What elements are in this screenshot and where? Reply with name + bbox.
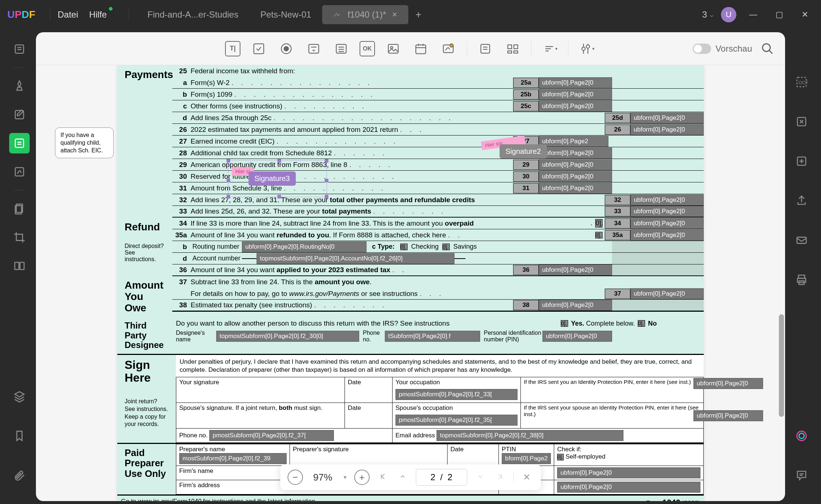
svg-text:OCR: OCR	[799, 80, 808, 85]
menu-help[interactable]: Hilfe	[89, 10, 107, 20]
highlighter-icon[interactable]	[9, 76, 30, 96]
menu-file[interactable]: Datei	[58, 10, 78, 20]
svg-rect-23	[416, 45, 426, 53]
eic-callout: If you have a qualifying child, attach S…	[55, 127, 114, 158]
zoom-level[interactable]: 97%	[310, 472, 336, 483]
preview-toggle[interactable]: Vorschau	[693, 44, 752, 54]
new-tab-button[interactable]: +	[408, 9, 429, 21]
right-sidebar: OCR	[785, 32, 818, 501]
zoom-in-button[interactable]: +	[354, 470, 369, 485]
svg-rect-34	[508, 51, 512, 53]
comment-icon[interactable]	[791, 465, 812, 486]
svg-rect-35	[514, 51, 518, 53]
text-field-tool[interactable]: T|	[225, 41, 240, 56]
dropdown-tool[interactable]	[305, 40, 323, 58]
section-amount-owe: Amount You Owe	[121, 278, 169, 315]
tab-pets-new[interactable]: Pets-New-01	[249, 5, 322, 24]
svg-point-39	[763, 44, 770, 51]
search-icon[interactable]	[761, 42, 774, 55]
svg-rect-12	[254, 44, 264, 53]
scrollbar-thumb[interactable]	[779, 314, 784, 417]
svg-rect-45	[797, 237, 806, 244]
sign-icon[interactable]	[9, 162, 30, 182]
listbox-tool[interactable]	[332, 40, 350, 58]
svg-point-49	[797, 431, 806, 441]
compare-icon[interactable]	[9, 256, 30, 276]
image-tool[interactable]	[384, 40, 402, 58]
svg-line-40	[769, 50, 773, 53]
close-button[interactable]: ✕	[796, 10, 814, 19]
svg-rect-4	[15, 139, 24, 148]
toggle-switch[interactable]	[693, 44, 711, 54]
signature3-field[interactable]: Signature3	[248, 171, 296, 186]
prev-page-button[interactable]	[396, 472, 409, 482]
section-payments: Payments	[121, 67, 169, 82]
ai-icon[interactable]	[791, 426, 812, 446]
form-properties-tool[interactable]	[476, 40, 494, 58]
crop-icon[interactable]	[9, 227, 30, 248]
section-paid-preparer: Paid Preparer Use Only	[121, 446, 172, 481]
thumbnails-icon[interactable]	[9, 39, 30, 59]
form-toolbar: T| OK ▾ ▾ Vorschau	[36, 32, 785, 65]
last-page-button[interactable]	[493, 472, 507, 482]
checkbox-tool[interactable]	[250, 40, 268, 58]
zoom-out-button[interactable]: −	[288, 470, 303, 485]
button-tool[interactable]: OK	[360, 41, 375, 56]
svg-point-50	[799, 433, 804, 438]
bookmark-icon[interactable]	[9, 426, 30, 446]
pages-icon[interactable]	[9, 199, 30, 219]
svg-rect-21	[389, 44, 398, 53]
section-third-party: Third Party Designee	[121, 319, 172, 352]
page-controls: − 97% ▼ + ✕	[280, 464, 541, 490]
email-icon[interactable]	[791, 230, 812, 251]
sort-tool[interactable]: ▾	[541, 40, 559, 58]
signature-tool[interactable]	[439, 40, 457, 58]
svg-rect-32	[508, 45, 512, 49]
print-icon[interactable]	[791, 270, 812, 290]
svg-rect-11	[20, 262, 24, 270]
date-tool[interactable]	[412, 40, 430, 58]
form-fields-icon[interactable]	[9, 133, 30, 153]
app-logo: UPDF	[7, 9, 35, 21]
pdf-page: Payments 25Federal income tax withheld f…	[117, 65, 704, 501]
main-area: T| OK ▾ ▾ Vorschau	[0, 29, 821, 504]
page-number-input[interactable]	[416, 469, 467, 486]
ocr-icon[interactable]: OCR	[791, 72, 812, 92]
first-page-button[interactable]	[376, 472, 389, 482]
titlebar: UPDF Datei Hilfe Find-and-A...er-Studies…	[0, 0, 821, 29]
svg-rect-15	[309, 44, 319, 53]
tab-count[interactable]: 3⌵	[702, 10, 714, 20]
section-refund: Refund	[121, 219, 169, 235]
user-avatar[interactable]: U	[721, 7, 736, 22]
left-sidebar	[3, 32, 36, 501]
svg-rect-29	[481, 44, 490, 53]
tools-tool[interactable]: ▾	[578, 40, 596, 58]
compress-icon[interactable]	[791, 151, 812, 171]
svg-point-28	[450, 44, 453, 47]
close-tab-icon[interactable]: ✕	[392, 11, 397, 19]
content-area: T| OK ▾ ▾ Vorschau	[36, 32, 785, 501]
radio-tool[interactable]	[277, 40, 295, 58]
next-page-button[interactable]	[474, 472, 487, 482]
section-sign-here: Sign Here	[121, 357, 172, 386]
tab-find-and-answer[interactable]: Find-and-A...er-Studies	[136, 5, 249, 24]
share-icon[interactable]	[791, 190, 812, 211]
svg-point-14	[284, 47, 288, 51]
svg-rect-10	[15, 262, 19, 270]
signature2-field[interactable]: Signature2	[500, 144, 547, 159]
signature-icon	[333, 10, 342, 19]
svg-rect-33	[514, 45, 518, 49]
layers-icon[interactable]	[9, 386, 30, 407]
attachment-icon[interactable]	[9, 465, 30, 486]
document-viewport[interactable]: Payments 25Federal income tax withheld f…	[36, 65, 785, 501]
svg-rect-7	[15, 168, 24, 176]
minimize-button[interactable]: —	[744, 10, 763, 19]
convert-icon[interactable]	[791, 111, 812, 132]
maximize-button[interactable]: ▢	[770, 10, 789, 19]
tab-f1040[interactable]: f1040 (1)* ✕	[322, 5, 408, 24]
align-tool[interactable]	[504, 40, 522, 58]
close-controls-button[interactable]: ✕	[520, 472, 533, 482]
edit-text-icon[interactable]	[9, 104, 30, 125]
